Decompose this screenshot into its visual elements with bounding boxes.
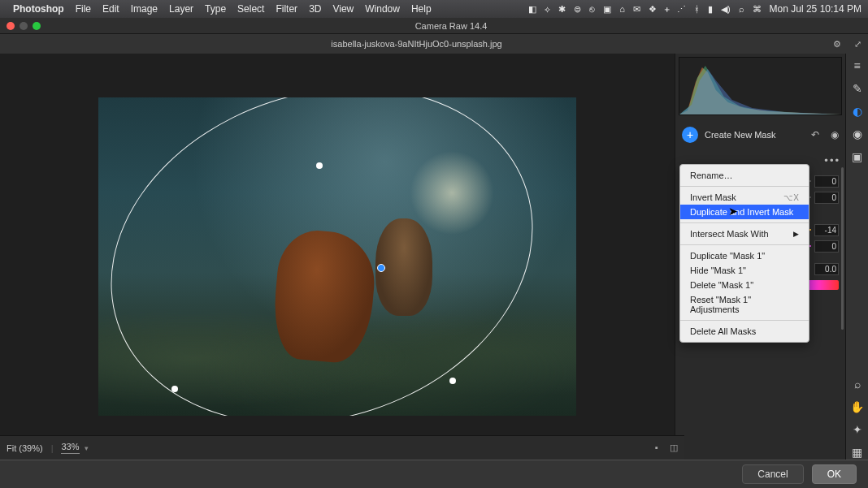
window-titlebar: Camera Raw 14.4 — [0, 18, 868, 34]
menu-reset-mask-adjustments[interactable]: Reset "Mask 1" Adjustments — [680, 292, 809, 317]
menu-image[interactable]: Image — [131, 3, 158, 15]
image-preview[interactable] — [98, 97, 576, 416]
mask-context-menu: Rename… Invert Mask⌥X Duplicate and Inve… — [679, 164, 809, 343]
menu-3d[interactable]: 3D — [309, 3, 321, 15]
window-maximize-button[interactable] — [33, 22, 41, 30]
mask-panel: + Create New Mask ↶ ◉ — [675, 119, 845, 151]
menu-help[interactable]: Help — [411, 3, 432, 15]
document-filename: isabella-juskova-9aNItHjuOc0-unsplash.jp… — [0, 39, 833, 49]
hand-tool-icon[interactable]: ✋ — [850, 399, 865, 414]
zoom-tool-icon[interactable]: ⌕ — [850, 377, 865, 391]
slider-value[interactable]: 0 — [814, 192, 839, 204]
mask-center-handle[interactable] — [377, 264, 385, 272]
status-icon[interactable]: ▣ — [603, 4, 611, 15]
visibility-icon[interactable]: ◉ — [831, 129, 839, 140]
bluetooth-icon[interactable]: ᚼ — [694, 4, 700, 14]
redeye-tool-icon[interactable]: ◉ — [850, 127, 865, 141]
status-icon[interactable]: ⟡ — [545, 4, 550, 15]
settings-gear-icon[interactable]: ⚙ — [833, 39, 841, 50]
battery-icon[interactable]: ▮ — [708, 4, 713, 15]
compare-view-icon[interactable]: ◫ — [670, 443, 678, 453]
menubar-status: ◧ ⟡ ✱ ⊜ ⎋ ▣ ⌂ ✉ ❖ ᚐ ⋰ ᚼ ▮ ◀) ⌕ ⌘ Mon Jul… — [528, 3, 861, 15]
canvas-area[interactable] — [0, 54, 675, 460]
status-icon[interactable]: ⎋ — [589, 4, 595, 14]
menu-duplicate-mask[interactable]: Duplicate "Mask 1" — [680, 248, 809, 263]
status-icon[interactable]: ᚐ — [665, 4, 669, 15]
status-icon[interactable]: ◧ — [528, 4, 536, 15]
app-name[interactable]: Photoshop — [13, 3, 64, 15]
fit-display[interactable]: Fit (39%) — [7, 443, 43, 453]
panel-scrollbar[interactable] — [841, 167, 844, 330]
traffic-lights — [7, 22, 41, 30]
menu-type[interactable]: Type — [205, 3, 226, 15]
window-title: Camera Raw 14.4 — [41, 21, 861, 31]
sampler-tool-icon[interactable]: ✦ — [850, 422, 865, 437]
histogram-graph — [679, 58, 841, 114]
sound-icon[interactable]: ◀) — [721, 4, 731, 15]
mask-handle[interactable] — [449, 378, 456, 384]
control-center-icon[interactable]: ⌘ — [753, 4, 762, 15]
menu-edit[interactable]: Edit — [102, 3, 119, 15]
grid-tool-icon[interactable]: ▦ — [850, 445, 865, 460]
tool-rail: ≡ ✎ ◐ ◉ ▣ ⌕ ✋ ✦ ▦ — [845, 54, 868, 460]
submenu-arrow-icon: ▶ — [793, 230, 799, 238]
menu-rename[interactable]: Rename… — [680, 168, 809, 183]
status-icon[interactable]: ✱ — [558, 4, 566, 15]
slider-value[interactable]: -14 — [814, 224, 839, 236]
menu-invert-mask[interactable]: Invert Mask⌥X — [680, 190, 809, 205]
status-icon[interactable]: ⊜ — [574, 4, 581, 15]
menu-filter[interactable]: Filter — [276, 3, 297, 15]
slider-value[interactable]: 0 — [814, 175, 839, 188]
menu-duplicate-invert-mask[interactable]: Duplicate and Invert Mask — [680, 205, 809, 219]
undo-icon[interactable]: ↶ — [811, 129, 819, 140]
search-icon[interactable]: ⌕ — [739, 4, 744, 14]
menu-delete-mask[interactable]: Delete "Mask 1" — [680, 278, 809, 292]
status-icon[interactable]: ❖ — [649, 4, 657, 15]
window-minimize-button[interactable] — [20, 22, 28, 30]
zoom-dropdown-icon[interactable]: ▾ — [85, 444, 89, 452]
menu-select[interactable]: Select — [237, 3, 264, 15]
cancel-button[interactable]: Cancel — [742, 464, 803, 484]
status-bar: Fit (39%) | 33% ▾ ▪ ◫ — [0, 435, 684, 460]
wifi-icon[interactable]: ⋰ — [677, 4, 686, 15]
ok-button[interactable]: OK — [812, 464, 857, 484]
slider-value[interactable]: 0.0 — [814, 263, 839, 275]
menu-hide-mask[interactable]: Hide "Mask 1" — [680, 263, 809, 278]
menu-delete-all-masks[interactable]: Delete All Masks — [680, 324, 809, 339]
create-mask-row: + Create New Mask ↶ ◉ — [679, 122, 842, 148]
masking-tool-icon[interactable]: ◐ — [850, 104, 865, 119]
mask-handle[interactable] — [171, 386, 178, 392]
menu-view[interactable]: View — [332, 3, 354, 15]
slider-value[interactable]: 0 — [814, 240, 839, 253]
menu-layer[interactable]: Layer — [169, 3, 193, 15]
single-view-icon[interactable]: ▪ — [655, 443, 658, 453]
menu-file[interactable]: File — [76, 3, 91, 15]
create-mask-button[interactable]: + — [682, 127, 698, 143]
status-icon[interactable]: ⌂ — [619, 4, 625, 14]
macos-menubar: Photoshop File Edit Image Layer Type Sel… — [0, 0, 868, 18]
fullscreen-toggle-icon[interactable]: ⤢ — [854, 39, 861, 50]
menu-window[interactable]: Window — [365, 3, 400, 15]
menu-intersect-mask-with[interactable]: Intersect Mask With▶ — [680, 227, 809, 241]
edit-tool-icon[interactable]: ≡ — [850, 58, 865, 73]
preset-tool-icon[interactable]: ▣ — [850, 149, 865, 164]
status-icon[interactable]: ✉ — [633, 4, 640, 15]
crop-tool-icon[interactable]: ✎ — [850, 81, 865, 96]
zoom-display[interactable]: 33% — [61, 442, 79, 454]
menubar-datetime[interactable]: Mon Jul 25 10:14 PM — [770, 3, 861, 15]
dialog-footer: Cancel OK — [0, 460, 868, 488]
mask-handle[interactable] — [316, 162, 323, 169]
histogram[interactable] — [679, 57, 842, 115]
create-mask-label: Create New Mask — [705, 130, 800, 140]
document-header: isabella-juskova-9aNItHjuOc0-unsplash.jp… — [0, 34, 868, 54]
window-close-button[interactable] — [7, 22, 15, 30]
app-menus: Photoshop File Edit Image Layer Type Sel… — [13, 3, 432, 15]
